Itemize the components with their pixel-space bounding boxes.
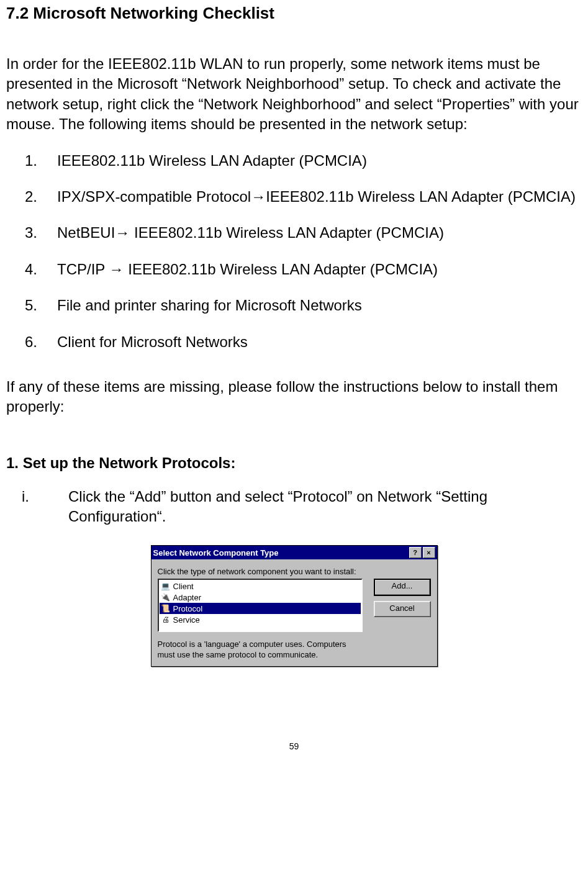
- substep-number: i.: [6, 487, 68, 507]
- help-button[interactable]: ?: [409, 547, 422, 558]
- step-number: 1.: [6, 454, 19, 471]
- item-number: 2.: [6, 187, 57, 207]
- item-number: 5.: [6, 296, 57, 315]
- dialog-body: Click the type of network component you …: [152, 559, 437, 666]
- service-icon: 🖨: [161, 615, 171, 625]
- item-number: 1.: [6, 151, 57, 171]
- step-heading: 1. Set up the Network Protocols:: [6, 454, 582, 472]
- select-network-component-dialog: Select Network Component Type ? × Click …: [151, 545, 438, 667]
- list-item: 6. Client for Microsoft Networks: [6, 332, 582, 352]
- item-text: File and printer sharing for Microsoft N…: [57, 296, 362, 315]
- list-option-adapter[interactable]: 🔌 Adapter: [160, 592, 361, 603]
- list-option-client[interactable]: 💻 Client: [160, 580, 361, 592]
- list-option-label: Service: [173, 615, 200, 625]
- adapter-icon: 🔌: [161, 592, 171, 602]
- item-text: TCP/IP → IEEE802.11b Wireless LAN Adapte…: [57, 260, 438, 279]
- list-item: 4. TCP/IP → IEEE802.11b Wireless LAN Ada…: [6, 260, 582, 279]
- list-item: i. Click the “Add” button and select “Pr…: [6, 487, 582, 527]
- close-button[interactable]: ×: [423, 547, 435, 558]
- add-button[interactable]: Add...: [374, 579, 431, 596]
- component-type-listbox[interactable]: 💻 Client 🔌 Adapter 📜 Protocol 🖨 Service: [158, 579, 363, 632]
- item-text: NetBEUI→ IEEE802.11b Wireless LAN Adapte…: [57, 223, 444, 243]
- dialog-screenshot: Select Network Component Type ? × Click …: [6, 545, 582, 667]
- intro-paragraph: In order for the IEEE802.11b WLAN to run…: [6, 54, 582, 135]
- checklist: 1. IEEE802.11b Wireless LAN Adapter (PCM…: [6, 151, 582, 352]
- item-number: 3.: [6, 223, 57, 243]
- item-number: 6.: [6, 332, 57, 352]
- item-text: IPX/SPX-compatible Protocol→IEEE802.11b …: [57, 187, 576, 207]
- list-option-protocol[interactable]: 📜 Protocol: [160, 603, 361, 614]
- dialog-title: Select Network Component Type: [153, 548, 279, 558]
- missing-paragraph: If any of these items are missing, pleas…: [6, 377, 582, 417]
- item-number: 4.: [6, 260, 57, 279]
- list-option-label: Protocol: [173, 604, 203, 613]
- substep-list: i. Click the “Add” button and select “Pr…: [6, 487, 582, 527]
- list-item: 5. File and printer sharing for Microsof…: [6, 296, 582, 315]
- page-number: 59: [6, 741, 582, 757]
- protocol-icon: 📜: [161, 603, 171, 613]
- substep-text: Click the “Add” button and select “Proto…: [68, 487, 582, 527]
- dialog-description: Protocol is a 'language' a computer uses…: [158, 639, 431, 660]
- list-item: 1. IEEE802.11b Wireless LAN Adapter (PCM…: [6, 151, 582, 171]
- dialog-titlebar: Select Network Component Type ? ×: [152, 546, 437, 559]
- list-option-label: Adapter: [173, 593, 202, 602]
- list-option-service[interactable]: 🖨 Service: [160, 614, 361, 625]
- step-title: Set up the Network Protocols:: [23, 454, 236, 471]
- cancel-button[interactable]: Cancel: [374, 601, 431, 617]
- item-text: Client for Microsoft Networks: [57, 332, 248, 352]
- list-item: 3. NetBEUI→ IEEE802.11b Wireless LAN Ada…: [6, 223, 582, 243]
- list-item: 2. IPX/SPX-compatible Protocol→IEEE802.1…: [6, 187, 582, 207]
- client-icon: 💻: [161, 581, 171, 591]
- list-option-label: Client: [173, 582, 194, 591]
- section-heading: 7.2 Microsoft Networking Checklist: [6, 4, 582, 23]
- dialog-prompt: Click the type of network component you …: [158, 567, 431, 576]
- item-text: IEEE802.11b Wireless LAN Adapter (PCMCIA…: [57, 151, 367, 171]
